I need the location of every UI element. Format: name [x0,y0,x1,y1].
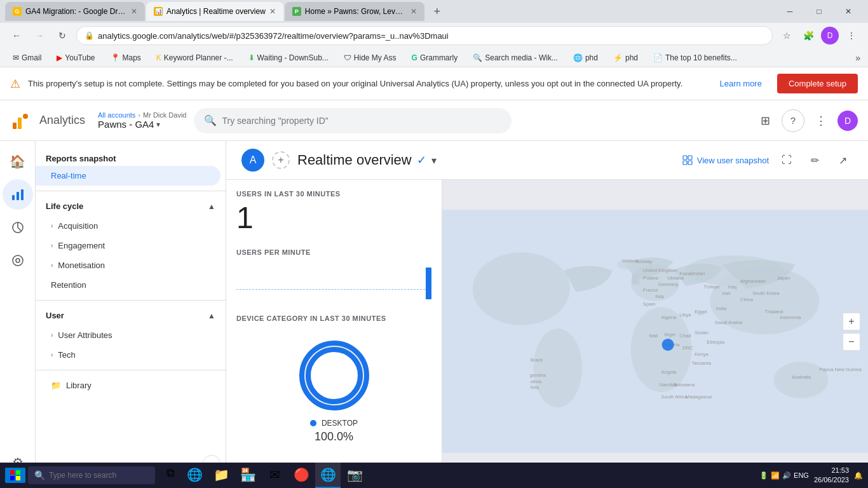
bookmark-phd1[interactable]: 🌐 phd [568,52,603,64]
svg-text:Türkiye: Türkiye [704,285,720,290]
new-tab-button[interactable]: + [428,3,446,20]
bookmark-top10[interactable]: 📄 The top 10 benefits... [648,52,742,64]
learn-more-button[interactable]: Learn more [719,79,761,88]
content-header-actions: View user snapshot ⛶ ✏ ↗ [682,150,853,170]
bookmark-youtube[interactable]: ▶ YouTube [51,52,100,64]
all-accounts-link[interactable]: All accounts [98,111,135,119]
page-title-dropdown-icon[interactable]: ▾ [431,154,437,166]
chart-bar-5 [270,298,276,299]
bookmark-maps[interactable]: 📍 Maps [105,52,146,64]
header-actions: ⊞ ? ⋮ D [754,109,858,132]
address-bar[interactable]: 🔒 analytics.google.com/analytics/web/#/p… [76,26,773,45]
device-category-section: DEVICE CATEGORY IN LAST 30 MINUTES DE [236,315,431,454]
tab-2[interactable]: 📊 Analytics | Realtime overview ✕ [146,2,283,21]
library-folder-icon: 📁 [51,381,61,390]
taskbar-task-view[interactable]: ⧉ [160,463,180,483]
bookmark-youtube-label: YouTube [65,53,95,62]
back-button[interactable]: ← [8,27,25,44]
bookmark-grammarly-label: Grammarly [420,53,458,62]
bookmark-phd2[interactable]: ⚡ phd [608,52,643,64]
taskbar-file-explorer[interactable]: 📁 [208,463,234,488]
svg-text:Spain: Spain [643,301,656,307]
bookmark-gmail[interactable]: ✉ Gmail [8,52,46,64]
sidebar-icon-reports[interactable] [3,179,33,210]
tab2-close[interactable]: ✕ [269,7,276,16]
bookmark-hidemyass[interactable]: 🛡 Hide My Ass [339,52,402,64]
help-button[interactable]: ? [782,109,804,132]
svg-point-69 [662,339,674,351]
taskbar-search[interactable]: 🔍 [28,466,155,484]
monetisation-label: Monetisation [58,261,105,270]
svg-point-18 [473,252,570,325]
reports-snapshot-label: Reports snapshot [36,146,226,166]
taskbar-indicators: 🔋 📶 🔊 ENG [759,471,809,480]
search-bar[interactable]: 🔍 [194,108,512,133]
view-user-snapshot-button[interactable]: View user snapshot [682,154,769,166]
bookmark-keyword[interactable]: K Keyword Planner -... [151,52,238,64]
more-button[interactable]: ⋮ [810,109,832,132]
users-per-minute-section: USERS PER MINUTE [236,248,431,299]
sidebar-icon-advertising[interactable] [3,245,33,276]
tab1-close[interactable]: ✕ [131,7,137,16]
maximize-button[interactable]: □ [804,1,834,22]
share-button[interactable]: ↗ [832,150,853,170]
bookmark-grammarly[interactable]: G Grammarly [407,52,463,64]
minimize-button[interactable]: ─ [775,1,804,22]
refresh-button[interactable]: ↻ [53,27,71,44]
svg-text:DRC: DRC [682,345,693,351]
tab-3[interactable]: P Home » Pawns: Grow, Level, Step... ✕ [285,2,424,21]
tab-1[interactable]: G GA4 Migration: - Google Drive ✕ [5,2,145,21]
svg-rect-10 [688,156,692,159]
taskbar-search-input[interactable] [49,471,149,480]
svg-text:Japan: Japan [776,275,790,281]
bookmarks-more-button[interactable]: » [855,53,860,63]
taskbar-app-6[interactable]: 🔴 [288,463,314,488]
taskbar-store[interactable]: 🏪 [235,463,261,488]
close-window-button[interactable]: ✕ [834,1,863,22]
engagement-label: Engagement [58,241,105,250]
ga-logo [10,111,29,130]
zoom-out-button[interactable]: − [843,333,860,351]
taskbar-notification-center[interactable]: 🔔 [854,471,863,480]
search-input[interactable] [222,116,501,126]
nav-item-engagement[interactable]: › Engagement [36,236,220,255]
taskbar-edge-browser[interactable]: 🌐 [182,463,207,488]
nav-item-acquisition[interactable]: › Acquisition [36,216,220,236]
apps-button[interactable]: ⊞ [754,109,776,132]
taskbar-image-viewer[interactable]: 📷 [342,463,367,488]
nav-item-retention[interactable]: Retention [36,275,220,295]
nav-item-tech[interactable]: › Tech [36,345,220,365]
bookmark-star-button[interactable]: ☆ [778,27,796,44]
user-section-header[interactable]: User ▲ [36,306,226,325]
nav-item-monetisation[interactable]: › Monetisation [36,255,220,275]
taskbar-mail[interactable]: ✉ [262,463,287,488]
taskbar-chrome-browser[interactable]: 🌐 [315,463,341,488]
fullscreen-button[interactable]: ⛶ [776,150,797,170]
svg-rect-23 [632,274,639,285]
acquisition-label: Acquisition [58,221,98,231]
forward-button[interactable]: → [31,27,48,44]
bookmark-searchmedia[interactable]: 🔍 Search media - Wik... [468,52,563,64]
svg-text:Iraq: Iraq [728,285,736,290]
nav-item-library[interactable]: 📁 Library [36,376,220,395]
sidebar-icon-explore[interactable] [3,212,33,243]
complete-setup-button[interactable]: Complete setup [777,74,858,93]
edit-button[interactable]: ✏ [804,150,825,170]
extension-button[interactable]: 🧩 [799,27,817,44]
profile-button[interactable]: D [821,27,839,44]
users-per-minute-chart [236,261,431,299]
more-options-button[interactable]: ⋮ [843,27,860,44]
bookmark-keyword-icon: K [156,53,161,62]
start-button[interactable] [5,468,25,483]
add-comparison-button[interactable]: + [272,151,290,169]
zoom-in-button[interactable]: + [843,313,860,330]
user-avatar[interactable]: D [837,111,858,131]
tab3-close[interactable]: ✕ [410,7,417,16]
nav-item-user-attributes[interactable]: › User Attributes [36,325,220,345]
svg-text:gentina: gentina [530,372,546,378]
lifecycle-header[interactable]: Life cycle ▲ [36,196,226,216]
bookmark-downsub[interactable]: ⬇ Waiting - DownSub... [243,52,334,64]
sidebar-icon-home[interactable]: 🏠 [3,146,33,177]
property-selector[interactable]: Pawns - GA4 ▾ [98,119,186,130]
nav-item-realtime[interactable]: Real-time [36,166,220,186]
